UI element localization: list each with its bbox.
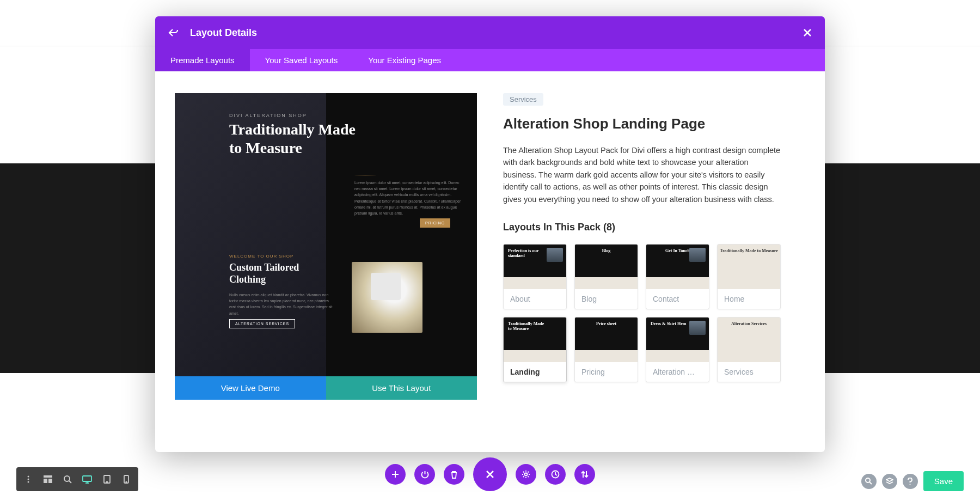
svg-rect-7 — [83, 476, 91, 481]
help-icon — [908, 478, 912, 485]
svg-rect-3 — [44, 475, 52, 478]
left-tool-group — [16, 467, 138, 491]
settings-button[interactable] — [516, 464, 536, 485]
svg-point-14 — [866, 478, 870, 482]
svg-point-2 — [28, 481, 29, 483]
dots-vertical-icon — [24, 475, 32, 483]
tab-premade-layouts[interactable]: Premade Layouts — [155, 49, 250, 71]
svg-point-1 — [28, 479, 29, 480]
preview-sub-button: ALTERATION SERVICES — [229, 319, 295, 328]
thumb-image — [547, 248, 563, 262]
pack-thumb: Get In Touch — [646, 245, 709, 289]
layers-icon — [886, 478, 893, 485]
wireframe-button[interactable] — [38, 469, 58, 489]
tablet-view-button[interactable] — [97, 469, 117, 489]
save-button[interactable]: Save — [923, 471, 964, 491]
delete-button[interactable] — [444, 464, 464, 485]
pack-card[interactable]: Perfection is our standardAbout — [503, 244, 567, 309]
preview-eyebrow: DIVI ALTERATION SHOP — [229, 113, 307, 118]
pack-thumb: Alteration Services — [718, 317, 780, 362]
preview-sewing-image — [352, 262, 422, 333]
pack-card[interactable]: Price sheetPricing — [574, 317, 638, 382]
svg-point-11 — [126, 481, 126, 482]
pack-card[interactable]: Get In TouchContact — [646, 244, 709, 309]
phone-view-button[interactable] — [117, 469, 136, 489]
modal-body: DIVI ALTERATION SHOP Traditionally Made … — [155, 71, 825, 421]
category-tag[interactable]: Services — [503, 93, 543, 106]
layout-description: The Alteration Shop Layout Pack for Divi… — [503, 144, 781, 205]
view-demo-button[interactable]: View Live Demo — [175, 376, 326, 400]
preview-actions: View Live Demo Use This Layout — [175, 376, 477, 400]
desktop-view-button[interactable] — [77, 469, 97, 489]
pack-thumb-title: Traditionally Made to Measure — [508, 322, 546, 332]
pack-card[interactable]: BlogBlog — [574, 244, 638, 309]
pack-card-label: Services — [718, 362, 780, 382]
pack-card-label: Contact — [646, 289, 709, 309]
preview-column: DIVI ALTERATION SHOP Traditionally Made … — [175, 93, 477, 400]
pack-thumb-title: Dress & Skirt Hem — [651, 322, 686, 327]
power-button[interactable] — [414, 464, 435, 485]
pack-card-label: About — [504, 289, 566, 309]
history-button[interactable] — [545, 464, 566, 485]
use-layout-button[interactable]: Use This Layout — [326, 376, 477, 400]
svg-point-12 — [525, 473, 528, 476]
layout-details-modal: Layout Details Premade Layouts Your Save… — [155, 16, 825, 452]
tab-saved-layouts[interactable]: Your Saved Layouts — [250, 49, 353, 71]
layers-button[interactable] — [882, 474, 897, 489]
tab-existing-pages[interactable]: Your Existing Pages — [353, 49, 456, 71]
preview-hero-title: Traditionally Made to Measure — [229, 120, 371, 157]
pack-grid: Perfection is our standardAboutBlogBlogG… — [503, 244, 781, 382]
preview-cta: PRICING — [420, 218, 450, 228]
pack-card-label: Home — [718, 289, 780, 309]
pack-thumb-title: Traditionally Made to Measure — [718, 249, 780, 254]
plus-icon — [391, 471, 399, 478]
center-tool-group — [385, 457, 595, 491]
modal-title: Layout Details — [190, 27, 803, 39]
modal-tabs: Premade Layouts Your Saved Layouts Your … — [155, 49, 825, 71]
pack-card[interactable]: Alteration ServicesServices — [717, 317, 781, 382]
zoom-button[interactable] — [58, 469, 77, 489]
pack-card[interactable]: Traditionally Made to MeasureHome — [717, 244, 781, 309]
layout-preview: DIVI ALTERATION SHOP Traditionally Made … — [175, 93, 477, 376]
zoom-icon — [64, 475, 72, 484]
thumb-image — [689, 321, 706, 335]
svg-rect-4 — [44, 479, 47, 483]
gear-icon — [522, 470, 530, 479]
close-button[interactable] — [803, 28, 812, 37]
pack-thumb: Blog — [575, 245, 638, 289]
pack-thumb: Traditionally Made to Measure — [504, 317, 566, 362]
portability-button[interactable] — [574, 464, 595, 485]
preview-sub-paragraph: Nulla cursus enim aliquet blandit ac pha… — [229, 292, 333, 316]
pack-card-label: Landing — [504, 362, 566, 382]
back-button[interactable] — [168, 28, 178, 37]
menu-button[interactable] — [19, 469, 38, 489]
svg-point-9 — [106, 481, 107, 482]
pack-card-label: Alteration … — [646, 362, 709, 382]
preview-sub-title: Custom Tailored Clothing — [229, 262, 327, 285]
desktop-icon — [82, 475, 92, 484]
close-icon — [485, 469, 495, 480]
back-arrow-icon — [168, 28, 178, 37]
add-button[interactable] — [385, 464, 406, 485]
up-down-icon — [581, 470, 589, 479]
pack-card[interactable]: Traditionally Made to MeasureLanding — [503, 317, 567, 382]
svg-point-0 — [28, 476, 29, 478]
search-icon — [865, 478, 872, 485]
svg-point-15 — [910, 484, 911, 485]
pack-thumb: Price sheet — [575, 317, 638, 362]
layout-title: Alteration Shop Landing Page — [503, 115, 805, 132]
close-panel-button[interactable] — [473, 457, 507, 491]
phone-icon — [124, 475, 129, 484]
power-icon — [421, 471, 429, 479]
wireframe-icon — [44, 475, 52, 483]
pack-card-label: Blog — [575, 289, 638, 309]
search-button[interactable] — [861, 474, 877, 489]
pack-thumb-title: Alteration Services — [718, 322, 780, 327]
pack-card[interactable]: Dress & Skirt HemAlteration … — [646, 317, 709, 382]
modal-header: Layout Details — [155, 16, 825, 49]
details-column: Services Alteration Shop Landing Page Th… — [503, 93, 805, 400]
preview-paragraph: Lorem ipsum dolor sit amet, consectetur … — [354, 175, 463, 216]
pack-heading: Layouts In This Pack (8) — [503, 222, 805, 233]
help-button[interactable] — [903, 474, 918, 489]
close-icon — [803, 28, 812, 37]
